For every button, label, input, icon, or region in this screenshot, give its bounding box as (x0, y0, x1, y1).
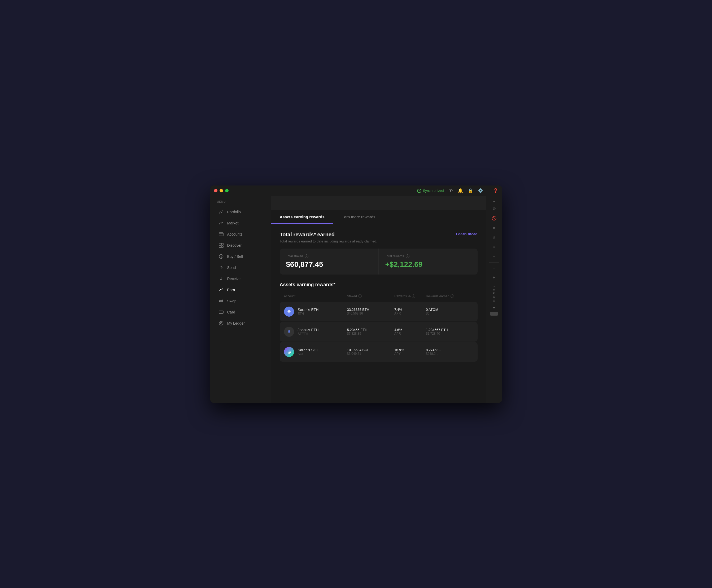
staked-secondary-johns-eth: $7,328.39 (347, 332, 394, 335)
reward-pct-sarahs-sol: 16.9% (394, 348, 426, 352)
rewards-header: Total rewards* earned Total rewards earn… (280, 232, 477, 243)
coins-icon[interactable]: ◎ (490, 233, 498, 241)
col-account: Account (284, 294, 347, 298)
asset-row-sarahs-eth[interactable]: Sarah's ETH ETH 33.26355 ETH $46,568.96 … (280, 302, 477, 321)
menu-dots-icon[interactable]: ≡ (490, 243, 498, 251)
col-rewards-pct: Rewards % i (394, 294, 426, 298)
sidebar-item-swap[interactable]: Swap (212, 295, 269, 307)
col-rewards-pct-info-icon: i (412, 294, 415, 298)
eye-icon[interactable]: 👁 (449, 188, 453, 193)
rewards-subtitle: Total rewards earned to date including r… (280, 239, 377, 243)
stat-rewards-value: +$2,122.69 (385, 260, 471, 269)
sidebar-item-send[interactable]: Send (212, 262, 269, 273)
tab-assets-earning[interactable]: Assets earning rewards (271, 210, 333, 224)
sidebar-label-swap: Swap (227, 299, 237, 303)
sync-label: Synchronized (423, 189, 444, 193)
swap-icon (219, 299, 224, 303)
no-entry-icon[interactable]: 🚫 (490, 214, 498, 223)
sidebar-label-portfolio: Portfolio (227, 210, 241, 214)
svg-point-8 (219, 321, 223, 325)
reward-type-johns-eth: APR (394, 332, 426, 335)
arrows-icon[interactable]: ↔ (490, 252, 498, 261)
sidebar-item-my-ledger[interactable]: My Ledger (212, 318, 269, 329)
maximize-button[interactable] (225, 189, 229, 192)
asset-staked-sarahs-sol: 101.6534 SOL $3,049.61 (347, 348, 394, 356)
settings-gear-icon[interactable]: ⚙ (490, 205, 498, 213)
asset-name-group-sarahs-sol: Sarah's SOL SOL (298, 348, 319, 356)
stat-staked-value: $60,877.45 (286, 260, 372, 269)
asset-ticker-sarahs-eth: ETH (298, 312, 319, 316)
stat-card-staked: Total staked i $60,877.45 (280, 249, 379, 274)
sidebar-item-receive[interactable]: Receive (212, 273, 269, 284)
chevron-up-icon[interactable]: ▲ (492, 199, 495, 203)
close-button[interactable] (214, 189, 218, 192)
minimize-button[interactable] (220, 189, 223, 192)
svg-rect-2 (221, 243, 223, 245)
app-body: MENU Portfolio Market (210, 196, 502, 403)
stat-staked-label: Total staked i (286, 254, 372, 258)
earned-primary-sarahs-sol: 8.27453... (426, 348, 473, 352)
sidebar-item-discover[interactable]: Discover (212, 240, 269, 251)
rewards-title: Total rewards* earned (280, 232, 377, 238)
asset-name-johns-eth: Johns's ETH (298, 328, 319, 332)
earned-secondary-sarahs-eth: $0 (426, 312, 473, 315)
bell-icon[interactable]: 🔔 (458, 188, 463, 193)
asset-row-sarahs-sol[interactable]: ◎ Sarah's SOL SOL 101.6534 SOL $3,049.61… (280, 342, 477, 362)
stats-cards: Total staked i $60,877.45 Total rewards … (280, 249, 477, 274)
sidebar-item-earn[interactable]: Earn (212, 284, 269, 295)
sidebar-label-accounts: Accounts (227, 232, 243, 236)
sidebar-label-card: Card (227, 310, 235, 314)
buy-sell-icon: $ (219, 254, 224, 259)
sidebar-item-card[interactable]: Card (212, 307, 269, 318)
asset-name-group-johns-eth: Johns's ETH STETH (298, 328, 319, 336)
top-bar (271, 196, 486, 210)
sol-icon: ◎ (284, 347, 294, 357)
asset-name-group-sarahs-eth: Sarah's ETH ETH (298, 308, 319, 316)
discover-icon (219, 243, 224, 248)
menu-label: MENU (210, 200, 271, 206)
svg-point-9 (220, 322, 222, 324)
help-icon[interactable]: ❓ (493, 188, 498, 193)
sidebar-item-portfolio[interactable]: Portfolio (212, 206, 269, 217)
staked-secondary-sarahs-sol: $3,049.61 (347, 352, 394, 356)
sidebar-item-accounts[interactable]: Accounts (212, 229, 269, 240)
asset-earned-sarahs-sol: 8.27453... $248.2... (426, 348, 473, 356)
lock-icon[interactable]: 🔒 (468, 188, 473, 193)
learn-more-button[interactable]: Learn more (456, 232, 477, 236)
plus-icon[interactable]: + (490, 264, 498, 273)
sidebar-item-market[interactable]: Market (212, 217, 269, 229)
sidebar: MENU Portfolio Market (210, 196, 271, 403)
accounts-icon (219, 232, 224, 237)
asset-info-johns-eth: S Johns's ETH STETH (284, 327, 347, 337)
staked-primary-sarahs-sol: 101.6534 SOL (347, 348, 394, 352)
tab-earn-more[interactable]: Earn more rewards (333, 210, 384, 224)
staked-primary-sarahs-eth: 33.26355 ETH (347, 308, 394, 312)
earn-icon (219, 288, 224, 292)
stat-staked-info-icon: i (305, 254, 308, 258)
portfolio-icon (219, 210, 224, 214)
sync-icon: ✓ (417, 189, 421, 193)
settings-icon[interactable]: ⚙️ (478, 188, 483, 193)
asset-earned-sarahs-eth: 0 ATOM $0 (426, 308, 473, 315)
svg-rect-1 (219, 243, 221, 245)
stat-rewards-info-icon: i (406, 254, 409, 258)
sidebar-label-send: Send (227, 266, 236, 270)
sidebar-item-buy-sell[interactable]: $ Buy / Sell (212, 251, 269, 262)
cosmos-label: Cosmos (492, 286, 495, 302)
asset-info-sarahs-eth: Sarah's ETH ETH (284, 307, 347, 317)
chevron-down-icon[interactable]: ▼ (492, 306, 495, 310)
traffic-lights (214, 189, 229, 192)
title-bar: ✓ Synchronized 👁 🔔 🔒 ⚙️ ❓ (210, 186, 502, 196)
shuffle-icon[interactable]: ⇄ (490, 224, 498, 232)
asset-row-johns-eth[interactable]: S Johns's ETH STETH 5.23456 ETH $7,328.3… (280, 322, 477, 341)
earned-primary-sarahs-eth: 0 ATOM (426, 308, 473, 312)
table-header: Account Staked i Rewards % i Rewards ear… (280, 292, 477, 301)
flag-icon[interactable]: ⚑ (490, 274, 498, 282)
col-staked-info-icon: i (358, 294, 362, 298)
steth-icon: S (284, 327, 294, 337)
eth-icon (284, 307, 294, 317)
svg-rect-3 (219, 246, 221, 248)
svg-rect-4 (221, 246, 223, 248)
sync-indicator: ✓ Synchronized (417, 189, 444, 193)
divider (488, 188, 488, 193)
